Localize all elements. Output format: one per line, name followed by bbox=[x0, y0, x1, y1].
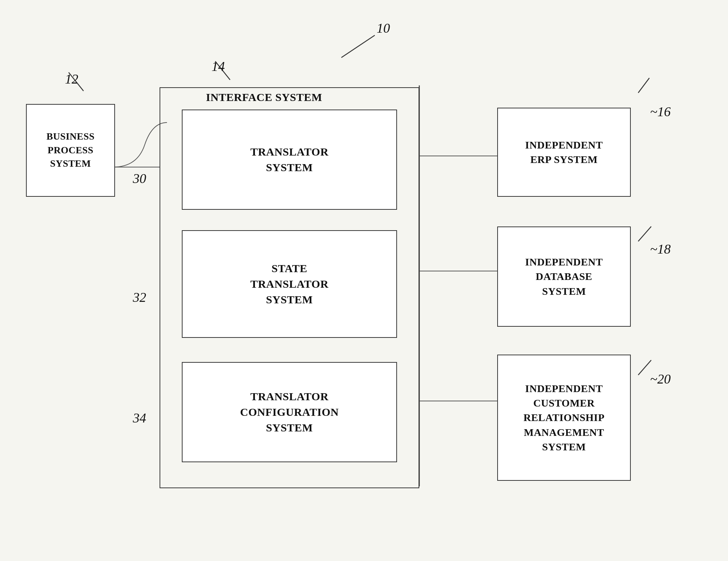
ref-30: 30 bbox=[133, 171, 146, 186]
svg-line-8 bbox=[638, 78, 649, 93]
independent-db-box: INDEPENDENTDATABASESYSTEM bbox=[497, 226, 631, 327]
ref-20: ~20 bbox=[650, 371, 670, 387]
translator-system-box: TRANSLATORSYSTEM bbox=[182, 110, 397, 210]
svg-line-9 bbox=[638, 226, 651, 241]
ref-34: 34 bbox=[133, 410, 146, 426]
ref-32: 32 bbox=[133, 290, 146, 305]
business-process-box: BUSINESS PROCESS SYSTEM bbox=[26, 104, 115, 197]
translator-config-box: TRANSLATORCONFIGURATIONSYSTEM bbox=[182, 362, 397, 462]
interface-system-label: INTERFACE SYSTEM bbox=[206, 91, 322, 104]
state-translator-box: STATETRANSLATORSYSTEM bbox=[182, 230, 397, 338]
svg-line-10 bbox=[638, 360, 651, 375]
ref-14: 14 bbox=[211, 59, 225, 74]
ref-18: ~18 bbox=[650, 241, 670, 257]
ref-10: 10 bbox=[377, 20, 390, 36]
independent-crm-box: INDEPENDENTCUSTOMERRELATIONSHIPMANAGEMEN… bbox=[497, 355, 631, 481]
svg-line-0 bbox=[341, 35, 375, 58]
ref-16: ~16 bbox=[650, 104, 670, 120]
ref-12: 12 bbox=[65, 71, 78, 87]
independent-erp-box: INDEPENDENTERP SYSTEM bbox=[497, 108, 631, 197]
diagram: 10 12 14 30 32 34 ~16 ~18 ~20 BUSINESS P… bbox=[0, 0, 728, 561]
